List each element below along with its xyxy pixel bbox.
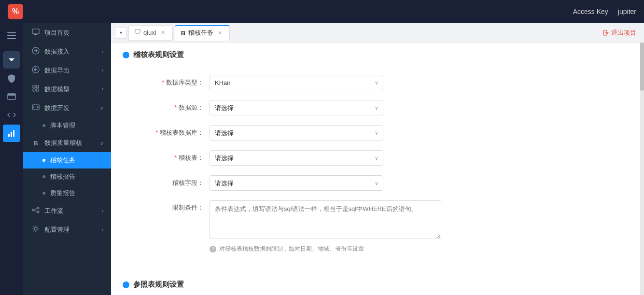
limit-textarea[interactable] (210, 200, 441, 239)
quality-report-dot (42, 192, 45, 195)
svg-point-24 (34, 227, 37, 230)
tab-qiuxl[interactable]: qiuxl ✕ (128, 25, 173, 41)
audit-db-select-wrapper: 请选择 (210, 125, 383, 140)
required-star-table: * (174, 154, 177, 161)
sidebar-item-data-input[interactable]: 数据接入 › (23, 42, 111, 61)
sidebar-item-audit-task[interactable]: 稽核任务 (23, 152, 111, 169)
hint-text: 对稽核表稽核数据的限制，如对日期、地域、省份等设置 (219, 245, 364, 253)
form-row-limit: 限制条件： ? 对稽核表稽核数据的限制，如对日期、地域、省份等设置 (152, 200, 623, 253)
svg-rect-16 (33, 89, 35, 91)
tab-audit-task[interactable]: B 稽核任务 ✕ (175, 25, 230, 41)
required-star-source: * (174, 104, 177, 111)
svg-rect-25 (135, 29, 140, 33)
workflow-label: 工作流 (44, 207, 63, 215)
data-input-label: 数据接入 (44, 47, 70, 56)
dev-icon (31, 103, 41, 112)
audit-field-label: 稽核字段： (152, 175, 210, 187)
section2-header: 参照表规则设置 (123, 276, 632, 293)
svg-rect-7 (11, 132, 12, 137)
home-label: 项目首页 (44, 28, 70, 37)
audit-task-dot (42, 159, 45, 162)
sidebar-item-audit-report[interactable]: 稽核报告 (23, 169, 111, 185)
sidebar-item-data-quality[interactable]: B 数据质量稽核 ∨ (23, 134, 111, 152)
svg-point-19 (32, 209, 34, 211)
section1-dot (123, 52, 129, 58)
svg-point-20 (37, 207, 39, 209)
tab-dropdown-btn[interactable]: ▾ (115, 27, 126, 39)
audit-task-label: 稽核任务 (50, 156, 75, 165)
data-source-select[interactable]: 请选择 (210, 100, 383, 115)
username-label[interactable]: jupiter (618, 8, 636, 15)
audit-db-select[interactable]: 请选择 (210, 125, 383, 140)
section1-title: 稽核表规则设置 (133, 50, 184, 59)
tab-audit-close[interactable]: ✕ (216, 29, 224, 37)
icon-bar (0, 23, 23, 295)
svg-marker-3 (9, 58, 14, 61)
header-right: Access Key jupiter (573, 8, 636, 15)
input-icon (31, 47, 41, 56)
monitor-icon (31, 28, 41, 37)
config-arrow-icon: › (102, 227, 103, 232)
sidebar-item-data-model[interactable]: 数据模型 › (23, 80, 111, 98)
tab-audit-label: 稽核任务 (188, 28, 213, 37)
access-key-label[interactable]: Access Key (573, 8, 608, 15)
data-export-label: 数据导出 (44, 66, 70, 75)
limit-input-area: ? 对稽核表稽核数据的限制，如对日期、地域、省份等设置 (210, 200, 623, 253)
chart-icon[interactable] (3, 125, 20, 142)
audit-report-label: 稽核报告 (50, 172, 75, 181)
form-row-audit-field: 稽核字段： 请选择 (152, 175, 623, 191)
tab-qiuxl-close[interactable]: ✕ (159, 29, 167, 36)
sidebar-item-quality-report[interactable]: 质量报告 (23, 185, 111, 201)
audit-field-select[interactable]: 请选择 (210, 175, 383, 191)
export-arrow-icon: › (102, 68, 103, 73)
tab-monitor-icon (135, 29, 140, 36)
sidebar-item-config[interactable]: 配置管理 › (23, 220, 111, 239)
config-icon (31, 225, 41, 234)
svg-rect-6 (8, 134, 10, 137)
form-row-db-type: * 数据库类型： KHan (152, 75, 623, 90)
shield-icon[interactable] (3, 70, 20, 87)
svg-rect-11 (34, 34, 38, 34)
svg-rect-15 (36, 85, 39, 88)
db-type-select[interactable]: KHan (210, 75, 383, 90)
sidebar-item-data-dev[interactable]: 数据开发 ∨ (23, 98, 111, 117)
form-row-audit-table: * 稽核表： 请选择 (152, 150, 623, 166)
window-icon[interactable] (3, 88, 20, 105)
quality-report-label: 质量报告 (50, 189, 75, 197)
main-layout: 项目首页 数据接入 › 数据导出 › (0, 23, 644, 295)
script-dot (42, 124, 45, 127)
model-icon (31, 84, 41, 94)
form-row-audit-db: * 稽核表数据库： 请选择 (152, 125, 623, 140)
nav-arrow-icon[interactable] (3, 51, 20, 69)
sidebar-item-workflow[interactable]: 工作流 › (23, 201, 111, 220)
sidebar-item-script-mgmt[interactable]: 脚本管理 (23, 117, 111, 134)
svg-rect-5 (8, 94, 15, 96)
section1-header: 稽核表规则设置 (123, 50, 632, 65)
exit-project-btn[interactable]: 退出项目 (599, 27, 640, 39)
hint-icon: ? (210, 246, 216, 253)
limit-label: 限制条件： (152, 200, 210, 212)
scrollbar-thumb[interactable] (640, 42, 644, 91)
hamburger-icon[interactable] (3, 27, 20, 44)
data-dev-label: 数据开发 (44, 104, 70, 112)
audit-table-select[interactable]: 请选择 (210, 150, 383, 166)
logo-area: % (8, 4, 23, 19)
svg-rect-8 (13, 130, 14, 137)
limit-hint: ? 对稽核表稽核数据的限制，如对日期、地域、省份等设置 (210, 245, 623, 253)
data-quality-label: 数据质量稽核 (44, 139, 82, 147)
arrow-right-icon: › (102, 49, 103, 54)
quality-arrow-icon: ∨ (100, 140, 103, 146)
page-content: 稽核表规则设置 * 数据库类型： KHan (111, 42, 644, 295)
audit-report-dot (42, 175, 45, 178)
data-source-label: * 数据源： (152, 100, 210, 112)
tab-bar: ▾ qiuxl ✕ B 稽核任务 ✕ 退出项目 (111, 23, 644, 42)
sidebar-wrapper: 项目首页 数据接入 › 数据导出 › (0, 23, 111, 295)
code-icon[interactable] (3, 106, 20, 124)
audit-table-label: * 稽核表： (152, 150, 210, 162)
sidebar-item-home[interactable]: 项目首页 (23, 23, 111, 42)
required-star-db: * (162, 79, 164, 86)
svg-rect-17 (36, 89, 39, 91)
svg-point-21 (37, 211, 39, 213)
svg-rect-9 (32, 29, 39, 34)
sidebar-item-data-export[interactable]: 数据导出 › (23, 61, 111, 80)
